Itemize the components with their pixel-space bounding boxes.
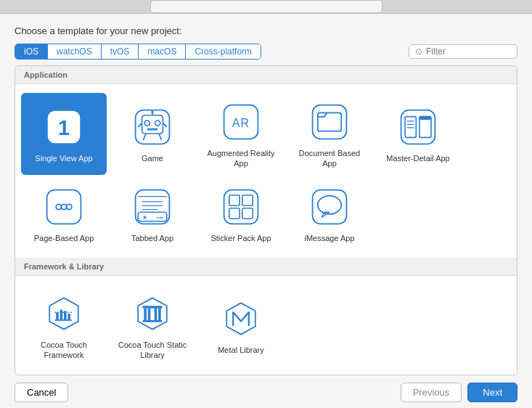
svg-text:•••: ••• (157, 214, 164, 221)
svg-text:1: 1 (58, 116, 70, 139)
ar-label: Augmented Reality App (204, 148, 278, 169)
game-label: Game (142, 153, 163, 163)
svg-marker-58 (226, 303, 255, 334)
page-based-icon (42, 185, 86, 229)
template-cocoa-framework[interactable]: Cocoa Touch Framework (21, 285, 107, 367)
template-document-app[interactable]: Document Based App (287, 93, 372, 175)
svg-rect-23 (420, 117, 431, 121)
sticker-pack-label: Sticker Pack App (210, 233, 271, 243)
tabs-row: iOS watchOS tvOS macOS Cross-platform ⊙ (0, 44, 532, 65)
tabbed-icon: ★ ••• (131, 185, 174, 229)
svg-rect-17 (401, 110, 435, 144)
tab-watchos[interactable]: watchOS (48, 44, 102, 59)
next-button[interactable]: Next (467, 383, 517, 402)
tab-ios[interactable]: iOS (15, 44, 48, 59)
sticker-pack-icon (219, 185, 263, 229)
svg-rect-48 (67, 314, 70, 320)
title-bar (0, 0, 532, 14)
svg-rect-54 (155, 309, 157, 320)
template-metal-library[interactable]: Metal Library (198, 285, 284, 367)
tab-crossplatform[interactable]: Cross-platform (186, 44, 261, 59)
metal-icon (219, 297, 263, 340)
svg-rect-53 (148, 309, 151, 320)
tab-group: iOS watchOS tvOS macOS Cross-platform (15, 44, 261, 60)
svg-point-8 (151, 111, 154, 114)
page-based-label: Page-Based App (34, 233, 94, 243)
master-detail-icon (396, 105, 440, 149)
game-icon (131, 105, 174, 149)
template-sticker-pack[interactable]: Sticker Pack App (198, 178, 284, 249)
dialog-footer: Cancel Previous Next (0, 375, 532, 408)
cocoa-framework-label: Cocoa Touch Framework (27, 340, 101, 361)
imessage-label: iMessage App (304, 233, 354, 243)
application-grid: 1 Single View App (15, 84, 517, 258)
svg-rect-6 (147, 128, 157, 131)
metal-label: Metal Library (218, 345, 264, 355)
previous-button[interactable]: Previous (401, 383, 462, 402)
svg-text:★: ★ (142, 214, 147, 221)
title-bar-spacer (150, 0, 382, 13)
svg-rect-57 (143, 320, 163, 322)
tab-macos[interactable]: macOS (139, 44, 186, 59)
section-framework: Framework & Library (15, 258, 517, 276)
dialog-header: Choose a template for your new project: (0, 14, 532, 44)
svg-rect-24 (47, 189, 81, 224)
svg-rect-52 (144, 309, 147, 320)
template-ar-app[interactable]: AR Augmented Reality App (198, 93, 284, 175)
ar-icon: AR (219, 100, 263, 144)
template-game[interactable]: Game (110, 93, 195, 175)
tab-tvos[interactable]: tvOS (102, 44, 139, 59)
document-label: Document Based App (292, 148, 367, 169)
cancel-button[interactable]: Cancel (15, 383, 68, 402)
cocoa-static-label: Cocoa Touch Static Library (115, 340, 189, 361)
framework-grid: Cocoa Touch Framework (15, 276, 517, 375)
single-view-icon: 1 (42, 105, 86, 149)
content-area: Application 1 Single View App (15, 65, 517, 375)
imessage-icon (308, 185, 351, 229)
template-cocoa-static-library[interactable]: Cocoa Touch Static Library (110, 285, 195, 367)
svg-marker-51 (138, 298, 167, 329)
template-imessage-app[interactable]: iMessage App (287, 178, 372, 249)
single-view-label: Single View App (35, 153, 92, 163)
filter-box: ⊙ (409, 44, 517, 59)
tabbed-label: Tabbed App (131, 233, 173, 243)
template-master-detail[interactable]: Master-Detail App (375, 93, 461, 175)
cocoa-framework-icon (42, 292, 86, 335)
svg-rect-46 (60, 309, 63, 319)
svg-rect-56 (143, 306, 163, 309)
master-detail-label: Master-Detail App (386, 153, 449, 163)
svg-rect-55 (158, 309, 161, 320)
filter-input[interactable] (426, 46, 511, 57)
dialog: Choose a template for your new project: … (0, 14, 532, 408)
template-page-based[interactable]: Page-Based App (21, 178, 107, 249)
template-tabbed-app[interactable]: ★ ••• Tabbed App (110, 178, 195, 249)
section-application: Application (15, 66, 517, 84)
svg-text:AR: AR (232, 116, 250, 129)
filter-icon: ⊙ (415, 46, 422, 57)
svg-rect-36 (224, 189, 258, 224)
cocoa-static-icon (131, 292, 174, 335)
svg-rect-45 (56, 312, 59, 320)
template-single-view-app[interactable]: 1 Single View App (21, 93, 107, 175)
svg-rect-28 (136, 189, 170, 224)
document-icon (308, 100, 351, 144)
